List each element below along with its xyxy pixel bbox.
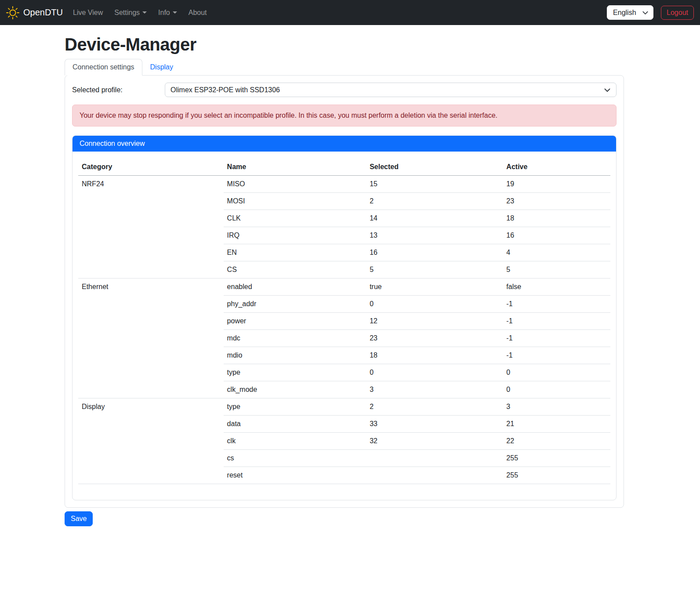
name-cell: CLK [224,210,366,227]
category-group-nrf24: NRF24MISO1519MOSI223CLK1418IRQ1316EN164C… [78,176,610,279]
category-cell: NRF24 [78,176,224,279]
name-cell: clk_mode [224,381,366,398]
name-cell: mdc [224,330,366,347]
profile-select[interactable]: Olimex ESP32-POE with SSD1306 [165,83,617,97]
name-cell: IRQ [224,227,366,244]
profile-row: Selected profile: Olimex ESP32-POE with … [72,83,617,97]
selected-cell: 2 [366,193,503,210]
name-cell: mdio [224,347,366,364]
overview-table: CategoryNameSelectedActive NRF24MISO1519… [78,159,610,484]
name-cell: CS [224,261,366,279]
nav-item-settings[interactable]: Settings [109,5,152,20]
language-select[interactable]: English [607,5,653,20]
table-row: NRF24MISO1519 [78,176,610,193]
selected-cell: 14 [366,210,503,227]
category-group-ethernet: Ethernetenabledtruefalsephy_addr0-1power… [78,279,610,398]
name-cell: MISO [224,176,366,193]
active-cell: false [503,279,610,296]
category-group-display: Displaytype23data3321clk3222cs255reset25… [78,398,610,484]
nav-item-label: About [189,9,207,17]
active-cell: 21 [503,416,610,433]
tab-display[interactable]: Display [142,59,181,76]
active-cell: 16 [503,227,610,244]
active-cell: 255 [503,467,610,484]
category-cell: Display [78,398,224,484]
active-cell: -1 [503,296,610,313]
active-cell: 3 [503,398,610,416]
nav-item-label: Settings [114,9,140,17]
selected-cell: 2 [366,398,503,416]
active-cell: 0 [503,364,610,381]
selected-cell: 33 [366,416,503,433]
active-cell: -1 [503,313,610,330]
tab-content-card: Selected profile: Olimex ESP32-POE with … [65,75,624,508]
active-cell: 5 [503,261,610,279]
name-cell: cs [224,450,366,467]
language-select-wrap: English [607,5,653,20]
incompatible-profile-warning: Your device may stop responding if you s… [72,105,617,127]
main-container: Device-Manager Connection settingsDispla… [65,35,624,526]
column-header-active: Active [503,159,610,176]
nav-item-live-view[interactable]: Live View [67,5,109,20]
table-row: Displaytype23 [78,398,610,416]
nav-item-label: Live View [73,9,103,17]
category-cell: Ethernet [78,279,224,398]
selected-cell [366,450,503,467]
tab-connection-settings[interactable]: Connection settings [65,59,142,76]
name-cell: power [224,313,366,330]
selected-cell: 16 [366,244,503,261]
column-header-name: Name [224,159,366,176]
sun-icon [6,6,19,19]
active-cell: 255 [503,450,610,467]
name-cell: EN [224,244,366,261]
connection-overview-card: Connection overview CategoryNameSelected… [72,135,617,500]
active-cell: -1 [503,330,610,347]
caret-down-icon [173,11,177,14]
column-header-category: Category [78,159,224,176]
selected-cell: 0 [366,296,503,313]
active-cell: 19 [503,176,610,193]
tab-bar: Connection settingsDisplay [65,59,624,75]
active-cell: -1 [503,347,610,364]
selected-cell: 5 [366,261,503,279]
active-cell: 22 [503,433,610,450]
logout-button[interactable]: Logout [661,6,694,20]
selected-cell: 18 [366,347,503,364]
active-cell: 23 [503,193,610,210]
selected-cell [366,467,503,484]
selected-cell: 13 [366,227,503,244]
active-cell: 18 [503,210,610,227]
table-header-row: CategoryNameSelectedActive [78,159,610,176]
selected-cell: 23 [366,330,503,347]
profile-select-wrap: Olimex ESP32-POE with SSD1306 [165,83,617,97]
name-cell: clk [224,433,366,450]
name-cell: reset [224,467,366,484]
selected-cell: 32 [366,433,503,450]
navbar: OpenDTU Live ViewSettingsInfoAbout Engli… [0,0,700,25]
page-title: Device-Manager [65,35,624,54]
selected-cell: 0 [366,364,503,381]
name-cell: type [224,398,366,416]
table-row: Ethernetenabledtruefalse [78,279,610,296]
active-cell: 4 [503,244,610,261]
selected-cell: 3 [366,381,503,398]
selected-cell: true [366,279,503,296]
name-cell: data [224,416,366,433]
name-cell: enabled [224,279,366,296]
nav-item-info[interactable]: Info [152,5,183,20]
nav-item-label: Info [158,9,170,17]
nav-links: Live ViewSettingsInfoAbout [67,5,213,20]
connection-overview-header: Connection overview [73,136,616,152]
nav-item-about[interactable]: About [183,5,213,20]
column-header-selected: Selected [366,159,503,176]
name-cell: phy_addr [224,296,366,313]
active-cell: 0 [503,381,610,398]
save-button[interactable]: Save [65,511,93,526]
profile-label: Selected profile: [72,86,165,94]
caret-down-icon [142,11,147,14]
brand[interactable]: OpenDTU [6,4,63,21]
connection-overview-body: CategoryNameSelectedActive NRF24MISO1519… [73,152,616,500]
brand-label: OpenDTU [23,7,63,18]
selected-cell: 15 [366,176,503,193]
selected-cell: 12 [366,313,503,330]
